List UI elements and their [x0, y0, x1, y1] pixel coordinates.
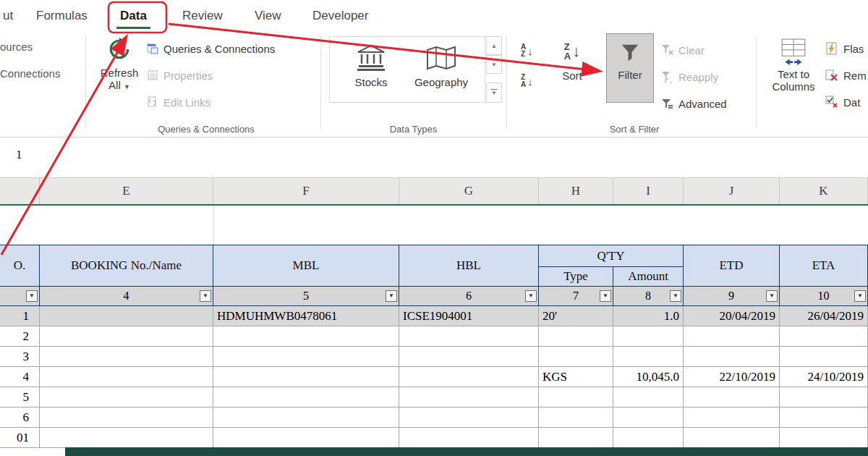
- header-qty-type[interactable]: Type: [539, 267, 613, 287]
- clear-filter-button[interactable]: Clear: [660, 42, 705, 58]
- sort-ascending-button[interactable]: AZ ↓: [521, 43, 533, 58]
- remove-duplicates-button-partial[interactable]: Rem: [825, 67, 867, 83]
- column-header-E[interactable]: E: [40, 178, 213, 204]
- formula-bar[interactable]: 1: [0, 138, 868, 178]
- header-eta[interactable]: ETA: [780, 245, 868, 287]
- tab-data[interactable]: Data: [120, 1, 147, 30]
- header-qty-amount[interactable]: Amount: [613, 267, 684, 287]
- geography-data-type[interactable]: Geography: [408, 44, 475, 88]
- properties-button[interactable]: Properties: [147, 67, 213, 83]
- header-mbl[interactable]: MBL: [213, 245, 399, 287]
- filter-button[interactable]: Filter: [606, 33, 654, 103]
- cell-amount[interactable]: 10,045.0: [613, 367, 684, 387]
- filter-dropdown-icon[interactable]: ▼: [854, 290, 866, 302]
- column-header-G[interactable]: G: [399, 178, 539, 204]
- cell-eta[interactable]: 24/10/2019: [780, 367, 868, 387]
- sort-button[interactable]: ZA ↓ Sort: [550, 38, 595, 113]
- cell-booking[interactable]: [40, 387, 213, 408]
- column-header-partial[interactable]: [0, 178, 40, 204]
- cell-type[interactable]: [539, 408, 613, 428]
- cell-mbl[interactable]: [213, 326, 399, 347]
- queries-connections-button[interactable]: Queries & Connections: [147, 41, 275, 56]
- cell-etd[interactable]: [684, 347, 780, 367]
- stocks-data-type[interactable]: Stocks: [341, 44, 401, 88]
- cell-type[interactable]: KGS: [539, 367, 613, 387]
- cell-amount[interactable]: [613, 408, 684, 428]
- data-validation-button-partial[interactable]: Dat: [825, 94, 860, 110]
- column-header-K[interactable]: K: [780, 178, 868, 204]
- cell-hbl[interactable]: [399, 387, 539, 408]
- refresh-all-button[interactable]: Refresh All ▼: [95, 38, 144, 119]
- cell-etd[interactable]: [684, 428, 780, 448]
- cell-mbl[interactable]: [213, 387, 399, 408]
- cell-etd[interactable]: [684, 326, 780, 347]
- cell-hbl[interactable]: ICSE1904001: [399, 306, 539, 326]
- cell-mbl[interactable]: [213, 428, 399, 448]
- cell-no[interactable]: 1: [0, 306, 40, 326]
- column-header-H[interactable]: H: [539, 178, 613, 204]
- tab-view[interactable]: View: [255, 1, 281, 30]
- gallery-more-button[interactable]: ▼: [486, 83, 502, 103]
- tab-developer[interactable]: Developer: [312, 1, 369, 30]
- cell-eta[interactable]: [780, 387, 868, 408]
- filter-dropdown-icon[interactable]: ▼: [525, 290, 537, 302]
- header-qty[interactable]: Q'TY: [539, 245, 684, 267]
- cell-type[interactable]: [539, 387, 613, 408]
- column-header-F[interactable]: F: [213, 178, 399, 204]
- cell-amount[interactable]: [613, 428, 684, 448]
- cell-booking[interactable]: [40, 347, 213, 367]
- cell-mbl[interactable]: [213, 367, 399, 387]
- tab-layout-partial[interactable]: ut: [3, 1, 13, 30]
- column-header-I[interactable]: I: [613, 178, 684, 204]
- cell-mbl[interactable]: HDMUHMWB0478061: [213, 306, 399, 326]
- gallery-scroll-down-button[interactable]: ▼: [486, 55, 502, 74]
- cell-eta[interactable]: [780, 408, 868, 428]
- cell-eta[interactable]: 26/04/2019: [780, 306, 868, 326]
- tab-formulas[interactable]: Formulas: [36, 1, 88, 30]
- filter-dropdown-icon[interactable]: ▼: [600, 290, 611, 302]
- cell-booking[interactable]: [40, 306, 213, 326]
- existing-connections-partial-label[interactable]: Connections: [0, 67, 60, 80]
- cell-etd[interactable]: 20/04/2019: [684, 306, 780, 326]
- filter-dropdown-icon[interactable]: ▼: [200, 290, 211, 302]
- header-hbl[interactable]: HBL: [399, 245, 539, 287]
- cell-eta[interactable]: [780, 326, 868, 347]
- text-to-columns-button[interactable]: Text to Columns: [770, 38, 817, 119]
- cell-mbl[interactable]: [213, 347, 399, 367]
- cell-amount[interactable]: [613, 347, 684, 367]
- cell-amount[interactable]: [613, 387, 684, 408]
- filter-dropdown-icon[interactable]: ▼: [766, 290, 778, 302]
- cell-type[interactable]: [539, 347, 613, 367]
- cell-no[interactable]: 2: [0, 326, 40, 347]
- cell-no[interactable]: 4: [0, 367, 40, 387]
- cell-etd[interactable]: [684, 408, 780, 428]
- cell-booking[interactable]: [40, 428, 213, 448]
- header-booking[interactable]: BOOKING No./Name: [40, 245, 213, 287]
- cell-booking[interactable]: [40, 408, 213, 428]
- cell-booking[interactable]: [40, 367, 213, 387]
- tab-review[interactable]: Review: [182, 1, 223, 30]
- cell-booking[interactable]: [40, 326, 213, 347]
- cell-no[interactable]: 6: [0, 408, 40, 428]
- filter-dropdown-icon[interactable]: ▼: [26, 290, 38, 302]
- cell-hbl[interactable]: [399, 347, 539, 367]
- cell-amount[interactable]: [613, 326, 684, 347]
- header-no-partial[interactable]: O.: [0, 245, 40, 287]
- column-header-J[interactable]: J: [684, 178, 780, 204]
- edit-links-button[interactable]: Edit Links: [147, 94, 210, 110]
- cell-type[interactable]: [539, 428, 613, 448]
- cell-no[interactable]: 3: [0, 347, 40, 367]
- cell-type[interactable]: 20': [539, 306, 613, 326]
- header-etd[interactable]: ETD: [684, 245, 780, 287]
- get-data-partial-label[interactable]: ources: [0, 41, 33, 53]
- cell-hbl[interactable]: [399, 408, 539, 428]
- cell-etd[interactable]: [684, 387, 780, 408]
- filter-dropdown-icon[interactable]: ▼: [670, 290, 681, 302]
- cell-hbl[interactable]: [399, 326, 539, 347]
- cell-etd[interactable]: 22/10/2019: [684, 367, 780, 387]
- cell-mbl[interactable]: [213, 408, 399, 428]
- cell-type[interactable]: [539, 326, 613, 347]
- cell-no[interactable]: 5: [0, 387, 40, 408]
- cell-hbl[interactable]: [399, 428, 539, 448]
- gallery-scroll-up-button[interactable]: ▲: [486, 36, 502, 55]
